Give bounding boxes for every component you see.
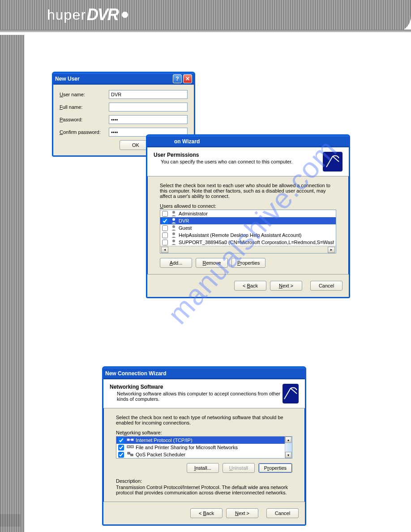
svg-point-3 [172, 232, 175, 235]
user-icon [171, 239, 177, 245]
wizard-heading: Networking Software [110, 384, 163, 390]
titlebar[interactable]: New Connection Wizard [103, 368, 305, 379]
label-password: Password: [60, 117, 109, 122]
user-icon [171, 232, 177, 238]
svg-rect-7 [127, 446, 130, 448]
horizontal-scrollbar[interactable]: ◂ ▸ [160, 246, 336, 253]
wizard-subheading: You can specify the users who can connec… [161, 159, 292, 164]
user-icon [171, 218, 177, 224]
wizard-icon [283, 384, 299, 403]
list-item[interactable]: File and Printer Sharing for Microsoft N… [116, 444, 285, 451]
list-item[interactable]: DVR [160, 217, 336, 224]
user-icon [171, 210, 177, 217]
list-item[interactable]: SUPPORT_388945a0 (CN=Microsoft Corporati… [160, 239, 336, 246]
software-name: Internet Protocol (TCP/IP) [136, 438, 193, 443]
list-label: Networking software: [116, 430, 292, 435]
page-corner-block [0, 514, 21, 527]
logo-dot-icon [122, 12, 128, 18]
user-checkbox[interactable] [162, 218, 168, 224]
remove-button[interactable]: Remove [196, 258, 228, 268]
help-button[interactable]: ? [173, 74, 182, 83]
user-name: SUPPORT_388945a0 (CN=Microsoft Corporati… [179, 240, 334, 245]
install-button[interactable]: Install... [187, 463, 219, 473]
software-checkbox[interactable] [118, 452, 124, 458]
users-listbox[interactable]: Administrator DVR Guest [160, 210, 336, 253]
software-checkbox[interactable] [118, 445, 124, 450]
list-item[interactable]: HelpAssistant (Remote Desktop Help Assis… [160, 232, 336, 239]
svg-rect-10 [131, 454, 133, 456]
dialog-user-permissions-wizard: on Wizard User Permissions You can speci… [146, 134, 350, 298]
close-button[interactable]: ✕ [183, 74, 192, 83]
input-fullname[interactable] [109, 103, 188, 112]
add-button[interactable]: Add... [160, 258, 192, 268]
scroll-left-icon[interactable]: ◂ [161, 247, 168, 253]
input-password[interactable] [109, 115, 188, 124]
protocol-icon [127, 437, 134, 443]
list-item[interactable]: Guest [160, 224, 336, 232]
software-listbox[interactable]: Internet Protocol (TCP/IP) File and Prin… [116, 437, 285, 458]
scroll-down-icon[interactable]: ▾ [285, 452, 291, 458]
titlebar-title: New Connection Wizard [105, 370, 167, 377]
svg-point-2 [172, 225, 175, 228]
svg-rect-8 [131, 446, 133, 448]
svg-rect-9 [128, 452, 130, 454]
user-icon [171, 225, 177, 231]
next-button[interactable]: Next > [226, 508, 258, 518]
software-name: File and Printer Sharing for Microsoft N… [136, 445, 238, 450]
back-button[interactable]: < Back [234, 281, 266, 291]
scroll-up-icon[interactable]: ▴ [285, 437, 291, 443]
wizard-intro: Select the check box next to each type o… [116, 415, 292, 425]
cancel-button[interactable]: Cancel [310, 281, 342, 291]
service-icon [127, 451, 134, 458]
svg-rect-6 [131, 439, 133, 441]
list-item[interactable]: Administrator [160, 210, 336, 217]
list-item[interactable]: QoS Packet Scheduler [116, 451, 285, 458]
logo-text-2: DVR [87, 5, 118, 24]
titlebar[interactable]: on Wizard [147, 136, 349, 147]
cancel-button[interactable]: Cancel [266, 508, 299, 518]
list-item[interactable]: Internet Protocol (TCP/IP) [116, 437, 285, 444]
user-checkbox[interactable] [162, 240, 168, 245]
vertical-scrollbar[interactable]: ▴ ▾ [285, 437, 292, 458]
description-text: Transmission Control Protocol/Internet P… [116, 485, 292, 495]
scroll-right-icon[interactable]: ▸ [328, 247, 335, 253]
svg-rect-5 [127, 439, 129, 441]
page-side-stripe [0, 35, 24, 532]
titlebar-title: on Wizard [174, 138, 200, 145]
titlebar-title: New User [55, 76, 80, 82]
input-username[interactable] [109, 90, 188, 99]
titlebar[interactable]: New User ? ✕ [53, 73, 194, 85]
user-name: Guest [179, 225, 192, 231]
wizard-heading: User Permissions [154, 152, 199, 158]
user-checkbox[interactable] [162, 211, 168, 217]
wizard-subheading: Networking software allows this computer… [117, 391, 283, 402]
svg-point-1 [172, 218, 175, 221]
back-button[interactable]: < Back [190, 508, 223, 518]
software-name: QoS Packet Scheduler [136, 452, 185, 457]
svg-point-4 [172, 240, 175, 242]
properties-button[interactable]: Properties [258, 463, 292, 473]
label-confirm: Confirm password: [60, 129, 109, 135]
next-button[interactable]: Next > [270, 281, 302, 291]
user-name: DVR [179, 218, 189, 223]
user-name: Administrator [179, 211, 208, 216]
properties-button[interactable]: Properties [231, 258, 265, 268]
dialog-networking-software-wizard: New Connection Wizard Networking Softwar… [102, 366, 306, 526]
svg-point-0 [172, 211, 175, 214]
software-checkbox[interactable] [118, 438, 124, 443]
label-fullname: Full name: [60, 104, 109, 110]
uninstall-button: Uninstall [223, 463, 255, 473]
description-label: Description: [116, 478, 292, 484]
user-name: HelpAssistant (Remote Desktop Help Assis… [179, 232, 302, 238]
label-username: User name: [60, 92, 109, 97]
list-label: Users allowed to connect: [160, 203, 336, 209]
wizard-icon [323, 152, 342, 172]
user-checkbox[interactable] [162, 225, 168, 231]
user-checkbox[interactable] [162, 232, 168, 238]
logo-text-1: huper [47, 7, 86, 23]
service-icon [127, 444, 134, 450]
wizard-intro: Select the check box next to each user w… [160, 183, 336, 199]
logo: huper DVR [47, 5, 128, 24]
